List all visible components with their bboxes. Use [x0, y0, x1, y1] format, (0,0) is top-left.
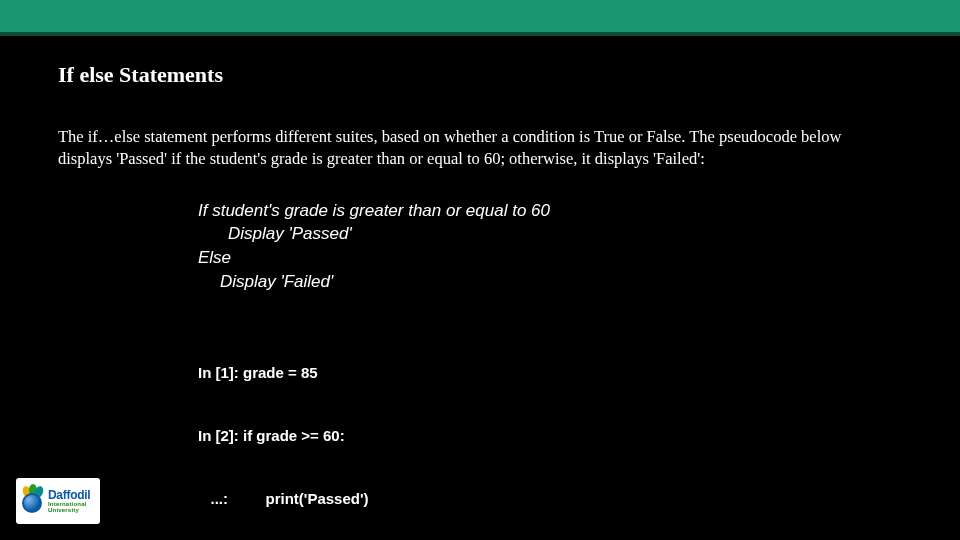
slide-title: If else Statements — [58, 62, 902, 88]
pseudo-line-3: Else — [198, 246, 902, 270]
pseudo-line-2: Display 'Passed' — [198, 222, 902, 246]
code-line-1: In [1]: grade = 85 — [198, 362, 902, 383]
code-line-3: ...: print('Passed') — [198, 488, 902, 509]
pseudo-line-1: If student's grade is greater than or eq… — [198, 199, 902, 223]
code-line-2: In [2]: if grade >= 60: — [198, 425, 902, 446]
university-logo: Daffodil International University — [16, 478, 100, 524]
logo-line2: International University — [48, 501, 96, 513]
intro-paragraph: The if…else statement performs different… — [58, 126, 878, 171]
code-block: In [1]: grade = 85 In [2]: if grade >= 6… — [198, 320, 902, 540]
logo-icon — [20, 489, 44, 513]
logo-text: Daffodil International University — [48, 489, 96, 513]
pseudocode-block: If student's grade is greater than or eq… — [198, 199, 902, 294]
pseudo-line-4: Display 'Failed' — [198, 270, 902, 294]
slide-top-bar — [0, 0, 960, 36]
slide-content: If else Statements The if…else statement… — [0, 36, 960, 540]
logo-line1: Daffodil — [48, 489, 96, 501]
